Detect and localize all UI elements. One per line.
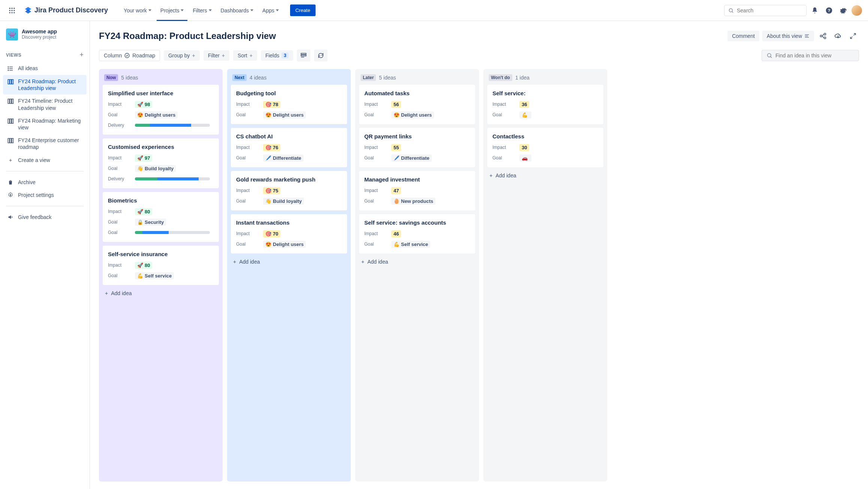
goal-label: Goal: [492, 112, 519, 117]
impact-label: Impact: [236, 145, 263, 150]
expand-icon[interactable]: [847, 30, 859, 42]
archive-link[interactable]: Archive: [3, 176, 87, 189]
idea-card[interactable]: BiometricsImpact🚀80Goal🔒SecurityGoal: [103, 192, 219, 242]
group-by-button[interactable]: Group by +: [164, 50, 200, 61]
sidebar-view-item[interactable]: All ideas: [3, 62, 87, 75]
impact-label: Impact: [492, 102, 519, 107]
idea-card[interactable]: ContactlessImpact30Goal🚗: [487, 128, 603, 167]
find-idea-input[interactable]: [775, 52, 854, 58]
impact-tag: 🚀98: [135, 101, 152, 108]
idea-card[interactable]: Gold rewards marketing pushImpact🎯75Goal…: [231, 171, 347, 210]
sidebar-divider: [6, 206, 84, 206]
sidebar-view-item[interactable]: FY24 Timeline: Product Leadership view: [3, 94, 87, 114]
nav-item-your-work[interactable]: Your work: [120, 4, 155, 16]
sidebar-view-item[interactable]: FY24 Enterprise customer roadmap: [3, 134, 87, 153]
plus-icon: +: [192, 52, 195, 58]
sidebar-view-label: FY24 Enterprise customer roadmap: [18, 137, 83, 150]
idea-card[interactable]: Simplified user interfaceImpact🚀98Goal😍D…: [103, 85, 219, 135]
nav-item-apps[interactable]: Apps: [259, 4, 283, 16]
add-idea-button[interactable]: +Add idea: [103, 286, 219, 298]
card-title: Customised experiences: [108, 144, 214, 150]
goal-label: Goal: [364, 242, 391, 247]
impact-label: Impact: [364, 231, 391, 236]
column-header: Won't do1 idea: [487, 73, 603, 85]
project-settings-link[interactable]: Project settings: [3, 189, 87, 201]
page-title: FY24 Roadmap: Product Leadership view: [99, 31, 276, 41]
card-title: Automated tasks: [364, 90, 470, 96]
delivery-label: Delivery: [108, 123, 135, 128]
settings-icon[interactable]: [837, 4, 849, 16]
svg-point-7: [11, 12, 12, 13]
idea-card[interactable]: CS chatbot AIImpact🎯76Goal🖊️Differentiat…: [231, 128, 347, 167]
plus-icon: +: [489, 172, 492, 178]
project-name: Awesome app: [22, 28, 57, 34]
views-section-label: VIEWS: [6, 52, 21, 58]
goal-label: Goal: [236, 155, 263, 160]
notifications-icon[interactable]: [809, 4, 821, 16]
svg-rect-45: [301, 55, 306, 56]
delivery-progress: [135, 124, 210, 127]
filter-button[interactable]: Filter +: [204, 50, 229, 61]
svg-rect-44: [301, 53, 306, 54]
idea-card[interactable]: Instant transactionsImpact🎯70Goal😍Deligh…: [231, 214, 347, 254]
project-header[interactable]: 👾 Awesome app Discovery project: [3, 28, 87, 48]
create-view-button[interactable]: + Create a view: [3, 154, 87, 166]
column-badge: Won't do: [489, 74, 512, 81]
svg-rect-32: [805, 34, 809, 35]
impact-tag: 47: [391, 187, 401, 194]
goal-label: Goal: [108, 219, 135, 225]
svg-rect-33: [805, 36, 808, 36]
refresh-icon[interactable]: [314, 50, 328, 62]
product-logo[interactable]: Jira Product Discovery: [21, 6, 111, 15]
idea-card[interactable]: Self-service insuranceImpact🚀80Goal💪Self…: [103, 246, 219, 285]
nav-item-filters[interactable]: Filters: [189, 4, 215, 16]
global-search-input[interactable]: [737, 8, 802, 14]
delivery-progress: [135, 177, 210, 180]
svg-point-17: [8, 68, 9, 69]
column-badge: Now: [104, 74, 118, 81]
goal-tag: 🥚New products: [391, 198, 435, 205]
user-avatar[interactable]: [852, 5, 862, 16]
svg-line-39: [822, 36, 824, 38]
sidebar-view-item[interactable]: FY24 Roadmap: Marketing view: [3, 114, 87, 134]
column-selector[interactable]: Column Roadmap: [99, 50, 160, 61]
find-idea-search[interactable]: [762, 50, 859, 61]
add-idea-button[interactable]: +Add idea: [231, 255, 347, 266]
sidebar-view-item[interactable]: FY24 Roadmap: Product Leadership view: [3, 75, 87, 94]
share-icon[interactable]: [817, 30, 829, 42]
give-feedback-link[interactable]: Give feedback: [3, 211, 87, 224]
goal-tag: 💪Self service: [135, 272, 174, 279]
idea-card[interactable]: Managed investmentImpact47Goal🥚New produ…: [359, 171, 475, 210]
sort-button[interactable]: Sort +: [233, 50, 257, 61]
chevron-down-icon: [276, 9, 279, 11]
chevron-down-icon: [181, 9, 184, 11]
card-title: Self service:: [492, 90, 598, 96]
idea-card[interactable]: Customised experiencesImpact🚀97Goal👋Buil…: [103, 138, 219, 188]
about-view-button[interactable]: About this view: [762, 31, 814, 41]
global-search[interactable]: [724, 5, 807, 16]
idea-card[interactable]: Budgeting toolImpact🎯78Goal😍Delight user…: [231, 85, 347, 124]
impact-tag: 🚀80: [135, 262, 152, 269]
idea-card[interactable]: QR payment linksImpact55Goal🖊️Differenti…: [359, 128, 475, 167]
help-icon[interactable]: ?: [823, 4, 835, 16]
cloud-download-icon[interactable]: [832, 30, 844, 42]
idea-card[interactable]: Automated tasksImpact56Goal😍Delight user…: [359, 85, 475, 124]
add-idea-button[interactable]: +Add idea: [487, 169, 603, 180]
svg-rect-19: [8, 80, 9, 84]
fields-button[interactable]: Fields 3: [261, 50, 293, 61]
comment-button[interactable]: Comment: [727, 31, 759, 41]
goal-tag: 💪: [519, 111, 531, 118]
card-layout-icon[interactable]: [297, 50, 310, 62]
svg-point-47: [768, 54, 771, 57]
svg-point-3: [9, 10, 10, 11]
idea-card[interactable]: Self service:Impact36Goal💪: [487, 85, 603, 124]
nav-item-projects[interactable]: Projects: [157, 4, 188, 16]
nav-item-dashboards[interactable]: Dashboards: [217, 4, 257, 16]
app-switcher-icon[interactable]: [6, 4, 18, 16]
add-view-icon[interactable]: +: [79, 51, 84, 59]
chevron-down-icon: [250, 9, 253, 11]
add-idea-button[interactable]: +Add idea: [359, 255, 475, 266]
create-button[interactable]: Create: [290, 4, 316, 16]
sidebar-view-label: FY24 Timeline: Product Leadership view: [18, 98, 83, 111]
idea-card[interactable]: Self service: savings accountsImpact46Go…: [359, 214, 475, 254]
